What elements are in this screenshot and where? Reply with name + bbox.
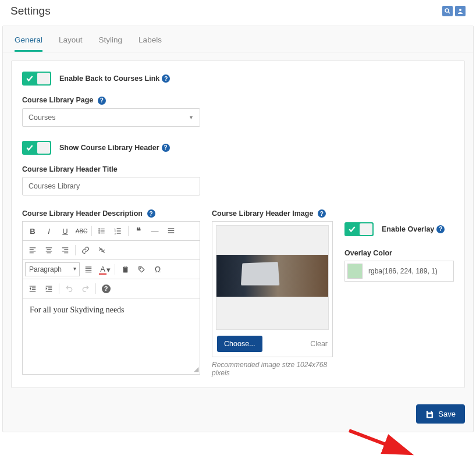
svg-point-37	[139, 268, 140, 269]
search-icon[interactable]	[442, 6, 453, 16]
select-course-library-page[interactable]: Courses ▼	[22, 108, 200, 127]
help-icon[interactable]: ?	[318, 209, 326, 218]
italic-icon[interactable]: I	[41, 224, 56, 238]
link-icon[interactable]	[78, 243, 93, 257]
svg-rect-45	[48, 290, 52, 290]
svg-marker-42	[30, 287, 31, 290]
redo-icon[interactable]	[78, 282, 93, 296]
svg-rect-31	[86, 267, 92, 268]
help-icon[interactable]: ?	[98, 97, 106, 105]
toggle-show-header[interactable]	[22, 141, 51, 155]
page-title: Settings	[10, 5, 51, 17]
image-hint: Recommended image size 1024x768 pixels	[212, 361, 333, 377]
svg-point-5	[98, 230, 100, 232]
bullet-list-icon[interactable]	[94, 224, 109, 238]
tag-icon[interactable]	[134, 262, 149, 276]
rich-text-editor: B I U ABC 123 ❝ —	[22, 221, 200, 375]
underline-icon[interactable]: U	[58, 224, 73, 238]
save-icon	[425, 410, 434, 418]
svg-rect-41	[30, 291, 36, 291]
svg-rect-36	[124, 266, 126, 267]
color-picker[interactable]: rgba(186, 224, 189, 1)	[344, 261, 454, 282]
tab-general[interactable]: General	[15, 32, 42, 52]
help-icon[interactable]: ?	[162, 74, 170, 83]
svg-rect-16	[168, 230, 175, 231]
svg-rect-49	[428, 415, 432, 417]
svg-rect-26	[62, 248, 69, 248]
omega-icon[interactable]: Ω	[150, 262, 165, 276]
svg-text:3: 3	[115, 232, 116, 235]
svg-rect-40	[32, 290, 35, 290]
outdent-icon[interactable]	[25, 282, 40, 296]
help-editor-icon[interactable]: ?	[98, 282, 113, 296]
svg-rect-38	[30, 286, 36, 287]
svg-rect-6	[101, 231, 105, 232]
label-course-library-page: Course Library Page ?	[22, 96, 454, 105]
help-icon[interactable]: ?	[436, 225, 445, 233]
label-overlay-color: Overlay Color	[344, 249, 454, 257]
clear-link[interactable]: Clear	[310, 340, 328, 348]
svg-rect-33	[86, 271, 92, 271]
svg-point-2	[459, 9, 461, 11]
editor-content[interactable]: For all your Skydiving needs ◢	[23, 298, 200, 374]
svg-rect-17	[168, 233, 175, 233]
svg-marker-47	[46, 287, 47, 290]
image-upload-box: Choose... Clear	[212, 221, 333, 357]
align-left-icon[interactable]	[25, 243, 40, 257]
label-header-title: Course Library Header Title	[22, 165, 454, 173]
help-icon[interactable]: ?	[162, 144, 170, 152]
blockquote-icon[interactable]: ❝	[131, 224, 146, 238]
user-icon[interactable]	[455, 6, 466, 16]
label-header-desc: Course Library Header Description ?	[22, 209, 200, 218]
svg-rect-25	[47, 252, 51, 253]
tabs: General Layout Styling Labels	[3, 26, 473, 52]
svg-rect-34	[86, 272, 92, 272]
svg-rect-20	[30, 251, 36, 252]
svg-rect-43	[46, 286, 52, 287]
label-show-header: Show Course Library Header	[59, 144, 159, 152]
undo-icon[interactable]	[62, 282, 77, 296]
toggle-enable-back-link[interactable]	[22, 72, 51, 86]
clear-format-icon[interactable]	[164, 224, 179, 238]
unlink-icon[interactable]	[94, 243, 109, 257]
indent-icon[interactable]	[41, 282, 56, 296]
color-swatch	[347, 264, 363, 279]
svg-rect-28	[62, 251, 69, 252]
svg-rect-39	[32, 288, 35, 289]
svg-line-1	[448, 12, 450, 13]
svg-rect-21	[30, 252, 34, 253]
save-button[interactable]: Save	[416, 404, 465, 424]
svg-rect-27	[64, 250, 68, 250]
svg-rect-29	[64, 252, 68, 253]
tab-layout[interactable]: Layout	[59, 32, 83, 52]
tab-labels[interactable]: Labels	[138, 32, 162, 52]
toggle-enable-overlay[interactable]	[344, 222, 374, 236]
label-header-image: Course Library Header Image ?	[212, 209, 333, 218]
help-icon[interactable]: ?	[147, 209, 155, 218]
svg-rect-18	[30, 248, 36, 248]
bold-icon[interactable]: B	[25, 224, 40, 238]
resize-handle-icon[interactable]: ◢	[194, 365, 198, 373]
numbered-list-icon[interactable]: 123	[111, 224, 126, 238]
tab-styling[interactable]: Styling	[99, 32, 123, 52]
image-preview	[216, 225, 329, 330]
svg-line-51	[349, 431, 407, 453]
align-center-icon[interactable]	[41, 243, 56, 257]
editor-toolbar: B I U ABC 123 ❝ —	[23, 222, 200, 241]
svg-rect-19	[30, 250, 34, 250]
paste-icon[interactable]	[118, 262, 133, 276]
text-color-icon[interactable]: A ▾	[97, 262, 112, 276]
svg-rect-44	[48, 288, 52, 289]
svg-rect-32	[86, 269, 92, 269]
input-header-title[interactable]	[22, 177, 200, 195]
svg-rect-23	[47, 250, 51, 250]
justify-icon[interactable]	[81, 262, 96, 276]
format-select[interactable]: Paragraph	[25, 262, 80, 276]
editor-toolbar-4: ?	[23, 279, 200, 298]
svg-rect-15	[168, 229, 175, 229]
strikethrough-icon[interactable]: ABC	[74, 224, 89, 238]
svg-rect-35	[123, 267, 127, 273]
align-right-icon[interactable]	[58, 243, 73, 257]
choose-button[interactable]: Choose...	[217, 336, 262, 352]
horizontal-rule-icon[interactable]: —	[147, 224, 162, 238]
